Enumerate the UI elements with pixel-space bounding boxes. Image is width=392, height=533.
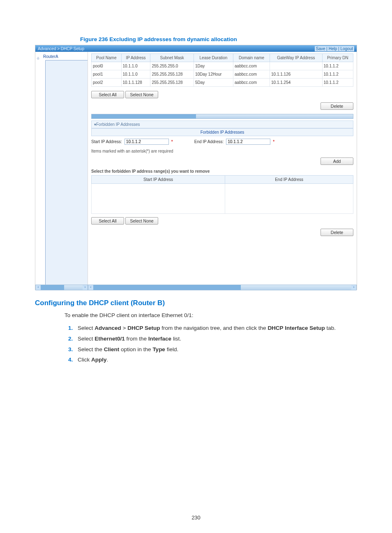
col-header: Primary DN (322, 54, 353, 62)
select-none-button-2[interactable]: Select None (125, 217, 158, 225)
remove-instruction: Select the forbidden IP address range(s)… (91, 169, 353, 174)
add-button[interactable]: Add (321, 158, 353, 165)
tree-root[interactable]: ⌂RouterA (37, 53, 88, 60)
select-none-button[interactable]: Select None (125, 91, 158, 98)
page-number: 230 (0, 514, 392, 521)
required-star: * (171, 139, 173, 144)
col-header: GateWay IP Address (270, 54, 323, 62)
delete-button[interactable]: Delete (321, 102, 353, 110)
nav-tree[interactable]: ⌂RouterA Device InfoWizardInterface Setu… (35, 52, 88, 285)
page-icon (45, 60, 88, 285)
step-item: Select Ethernet0/1 from the Interface li… (74, 334, 357, 344)
col-header: Lease Duration (194, 54, 233, 62)
step-item: Click Apply. (74, 355, 357, 365)
main-panel: Pool NameIP AddressSubnet MaskLease Dura… (88, 52, 357, 285)
intro-text: To enable the DHCP client on interface E… (65, 311, 357, 320)
router-icon: ⌂ (37, 55, 42, 59)
table-row[interactable]: pool010.1.1.0255.255.255.01Dayaabbcc.com… (92, 62, 353, 70)
tree-item[interactable]: Device Info (37, 60, 88, 285)
end-ip-input[interactable] (226, 139, 270, 145)
window-titlebar: Advanced > DHCP Setup Save | Help | Logo… (35, 45, 357, 52)
col-header: IP Address (121, 54, 150, 62)
table-row[interactable]: pool110.1.1.0255.255.255.12810Day 12Hour… (92, 70, 353, 79)
col-header: Pool Name (92, 54, 122, 62)
inner-hscroll[interactable] (91, 114, 353, 119)
delete-button-2[interactable]: Delete (321, 229, 353, 236)
col-header: Subnet Mask (150, 54, 194, 62)
screenshot-figure: Advanced > DHCP Setup Save | Help | Logo… (35, 45, 357, 290)
col-end-ip: End IP Address (225, 176, 353, 184)
top-links[interactable]: Save | Help | Logout (315, 46, 354, 51)
breadcrumb: Advanced > DHCP Setup (38, 46, 84, 51)
required-star: * (273, 139, 274, 144)
start-ip-label: Start IP Address: (91, 139, 122, 144)
forbidden-toggle[interactable]: ▾Forbidden IP Addresses (91, 121, 353, 128)
end-ip-label: End IP Address: (194, 139, 224, 144)
step-item: Select Advanced > DHCP Setup from the na… (74, 323, 357, 334)
select-all-button-2[interactable]: Select All (91, 217, 124, 225)
select-all-button[interactable]: Select All (91, 91, 124, 98)
step-item: Select the Client option in the Type fie… (74, 344, 357, 355)
col-header: Domain name (233, 54, 270, 62)
table-row[interactable]: pool210.1.1.128255.255.255.1285Dayaabbcc… (92, 79, 353, 87)
forbidden-form-row: Start IP Address: * End IP Address: * (91, 136, 353, 147)
col-start-ip: Start IP Address (92, 176, 225, 184)
required-hint: Items marked with an asterisk(*) are req… (91, 149, 353, 153)
figure-caption: Figure 236 Excluding IP addresses from d… (80, 36, 357, 42)
main-hscroll[interactable]: ‹› (88, 285, 357, 290)
tree-hscroll[interactable]: ‹› (35, 285, 88, 290)
steps-list: Select Advanced > DHCP Setup from the na… (65, 323, 357, 365)
forbidden-panel-title: Forbidden IP Addresses (91, 128, 353, 136)
start-ip-input[interactable] (125, 139, 169, 145)
section-heading: Configuring the DHCP client (Router B) (35, 299, 357, 307)
forbidden-ranges-table: Start IP Address End IP Address (91, 175, 353, 214)
pool-table: Pool NameIP AddressSubnet MaskLease Dura… (91, 53, 353, 87)
